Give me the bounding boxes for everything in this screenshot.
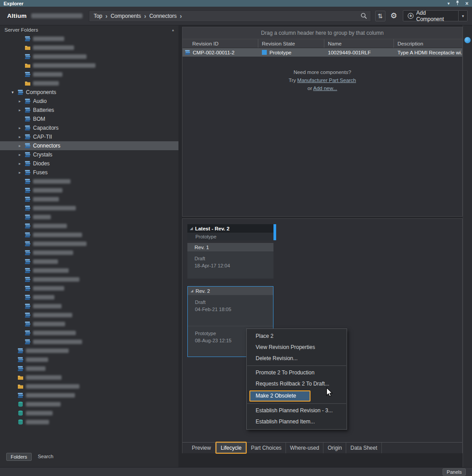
manufacturer-part-search-link[interactable]: Manufacturer Part Search: [297, 78, 356, 83]
tree-item-audio[interactable]: ▸Audio: [0, 97, 178, 106]
expand-arrow-icon[interactable]: ▸: [19, 161, 25, 166]
tab-where-used[interactable]: Where-used: [286, 443, 323, 453]
breadcrumb-components[interactable]: Components: [110, 13, 142, 19]
refresh-icon[interactable]: ⇅: [375, 11, 385, 21]
tree-item[interactable]: [0, 186, 178, 195]
expand-arrow-icon[interactable]: ▸: [19, 99, 25, 103]
tree-item-bom[interactable]: BOM: [0, 115, 178, 123]
collapsed-panel-icon[interactable]: [464, 37, 471, 43]
folder-icon: [25, 80, 33, 86]
column-header-description[interactable]: Description: [394, 39, 462, 48]
tree-item[interactable]: [0, 400, 178, 409]
pin-icon[interactable]: [455, 0, 460, 6]
tree-item[interactable]: [0, 418, 178, 427]
table-row[interactable]: CMP-002-00011-2 Prototype 10029449-001RL…: [182, 48, 462, 57]
redacted-label: [33, 304, 62, 308]
tree-item[interactable]: [0, 239, 178, 248]
tree-item[interactable]: [0, 34, 178, 43]
tab-data-sheet[interactable]: Data Sheet: [346, 443, 381, 453]
menu-item-place-2[interactable]: Place 2: [247, 331, 347, 342]
tree-item[interactable]: [0, 346, 178, 355]
tree-item[interactable]: [0, 195, 178, 204]
tree-item[interactable]: [0, 320, 178, 328]
rev2-state-draft[interactable]: Draft 04-Feb-21 18:05: [188, 295, 273, 326]
menu-item-establish-planned-revision[interactable]: Establish Planned Revision - 3...: [247, 405, 347, 416]
gear-icon[interactable]: ⚙: [390, 11, 397, 21]
expand-arrow-icon[interactable]: ▸: [19, 152, 25, 157]
tree-item-capacitors[interactable]: ▸Capacitors: [0, 123, 178, 132]
tree-item[interactable]: [0, 409, 178, 418]
column-header-revision-state[interactable]: Revision State: [258, 39, 324, 48]
tree-item[interactable]: [0, 43, 178, 52]
tree-item[interactable]: [0, 213, 178, 222]
tree-item[interactable]: [0, 328, 178, 337]
tree-item[interactable]: [0, 177, 178, 186]
tree-item[interactable]: [0, 222, 178, 230]
menu-item-delete-revision[interactable]: Delete Revision...: [247, 353, 347, 364]
expand-arrow-icon[interactable]: ▸: [19, 126, 25, 130]
group-by-hint[interactable]: Drag a column header here to group by th…: [182, 27, 462, 39]
collapse-section-icon[interactable]: ▴: [172, 28, 174, 32]
tree-item[interactable]: [0, 364, 178, 373]
tree-item[interactable]: [0, 311, 178, 320]
tab-origin[interactable]: Origin: [323, 443, 346, 453]
add-new-link[interactable]: Add new...: [313, 86, 337, 91]
expand-arrow-icon[interactable]: ▸: [19, 170, 25, 175]
close-icon[interactable]: ×: [465, 1, 468, 6]
collapse-arrow-icon[interactable]: ▾: [12, 90, 17, 94]
tree-item[interactable]: [0, 248, 178, 257]
tree-item[interactable]: [0, 230, 178, 239]
annotation-box: Make 2 Obsolete: [249, 390, 311, 402]
tree-item[interactable]: [0, 293, 178, 302]
tree-item[interactable]: [0, 275, 178, 284]
search-icon[interactable]: [360, 12, 367, 19]
panels-button[interactable]: Panels: [443, 468, 466, 476]
tree-item[interactable]: [0, 52, 178, 61]
expand-arrow-icon[interactable]: ▸: [19, 135, 25, 139]
expand-arrow-icon[interactable]: ▸: [19, 108, 25, 112]
tree-item-cap-tii[interactable]: ▸CAP-TII: [0, 132, 178, 141]
tree-item[interactable]: [0, 355, 178, 364]
chevron-down-icon[interactable]: ▾: [447, 1, 450, 6]
tree-item[interactable]: [0, 391, 178, 400]
explorer-panel: Explorer ▾ × Altium Top › Components › C…: [0, 0, 472, 476]
menu-item-establish-planned-item[interactable]: Establish Planned Item...: [247, 416, 347, 427]
tab-folders[interactable]: Folders: [6, 453, 32, 461]
tree-item[interactable]: [0, 266, 178, 275]
tree-item[interactable]: [0, 70, 178, 79]
tree-item-batteries[interactable]: ▸Batteries: [0, 106, 178, 115]
server-folders-header: Server Folders ▴: [0, 25, 178, 34]
tree-item[interactable]: [0, 284, 178, 293]
add-component-button[interactable]: + Add Component: [403, 10, 459, 21]
breadcrumb-top[interactable]: Top: [93, 13, 103, 19]
tree-item-diodes[interactable]: ▸Diodes: [0, 159, 178, 168]
column-header-revision-id[interactable]: Revision ID: [182, 39, 258, 48]
tree-item[interactable]: [0, 382, 178, 391]
tree-item[interactable]: [0, 79, 178, 88]
lifecycle-card-rev1[interactable]: Rev. 1 Draft 18-Apr-17 12:04: [187, 243, 273, 279]
tab-preview[interactable]: Preview: [188, 443, 215, 453]
column-header-name[interactable]: Name: [324, 39, 394, 48]
breadcrumb-connectors[interactable]: Connectors: [149, 13, 178, 19]
tab-search[interactable]: Search: [34, 453, 58, 461]
add-component-dropdown[interactable]: ▾: [459, 10, 468, 21]
components-folder-icon: [25, 285, 33, 291]
tree-item[interactable]: [0, 61, 178, 70]
tree-item-components[interactable]: ▾Components: [0, 88, 178, 97]
tree-item-connectors[interactable]: ▸Connectors: [0, 141, 178, 150]
tree-item[interactable]: [0, 204, 178, 213]
tab-part-choices[interactable]: Part Choices: [247, 443, 286, 453]
tree-item[interactable]: [0, 337, 178, 346]
menu-item-view-revision-properties[interactable]: View Revision Properties: [247, 342, 347, 353]
redacted-label: [33, 286, 64, 291]
tree-item-crystals[interactable]: ▸Crystals: [0, 150, 178, 159]
tab-lifecycle[interactable]: Lifecycle: [216, 443, 246, 453]
tree-item[interactable]: [0, 373, 178, 382]
redacted-label: [33, 197, 59, 201]
expand-arrow-icon[interactable]: ▸: [19, 144, 25, 148]
menu-item-promote-2-to-production[interactable]: Promote 2 To Production: [247, 367, 347, 378]
tree-item-fuses[interactable]: ▸Fuses: [0, 168, 178, 177]
lifecycle-card-latest[interactable]: ◢ Latest - Rev. 2 Prototype: [187, 224, 273, 240]
tree-item[interactable]: [0, 257, 178, 266]
tree-item[interactable]: [0, 302, 178, 311]
